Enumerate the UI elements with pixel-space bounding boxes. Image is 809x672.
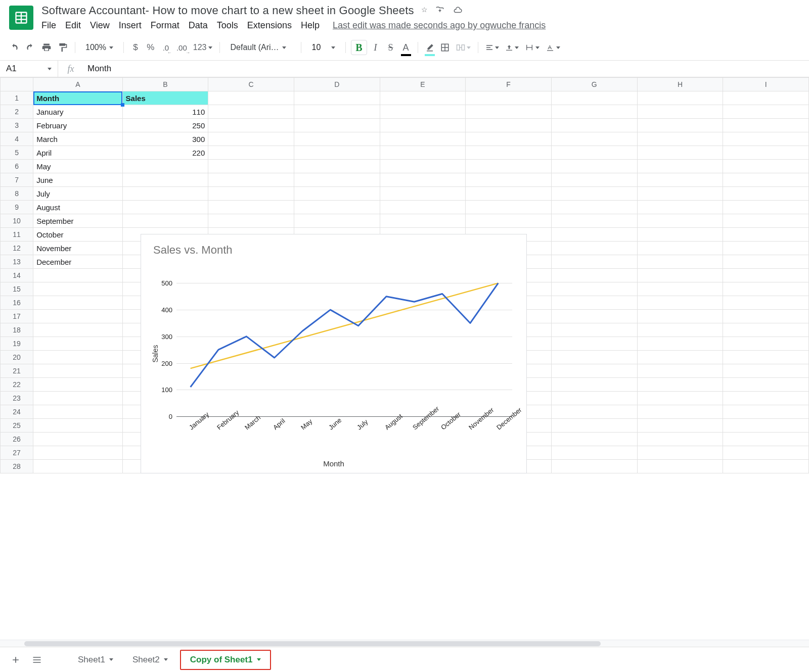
move-icon[interactable] xyxy=(435,6,445,16)
cell[interactable] xyxy=(208,187,294,201)
cell[interactable] xyxy=(33,392,122,405)
row-header[interactable]: 2 xyxy=(1,105,33,119)
row-header[interactable]: 25 xyxy=(1,419,33,433)
cell[interactable] xyxy=(380,91,466,105)
cell[interactable] xyxy=(637,201,723,214)
cell[interactable] xyxy=(466,146,552,160)
cell[interactable] xyxy=(723,419,809,433)
column-header[interactable]: B xyxy=(122,78,208,91)
cell[interactable]: 250 xyxy=(122,119,208,132)
cell[interactable] xyxy=(551,392,637,405)
cell[interactable] xyxy=(551,446,637,460)
cell[interactable] xyxy=(723,119,809,132)
name-box[interactable]: A1 xyxy=(0,61,58,77)
cell[interactable] xyxy=(208,105,294,119)
cell[interactable] xyxy=(294,201,380,214)
cell[interactable] xyxy=(723,173,809,187)
cell[interactable] xyxy=(637,419,723,433)
cell[interactable] xyxy=(294,91,380,105)
cell[interactable] xyxy=(380,214,466,228)
row-header[interactable]: 27 xyxy=(1,446,33,460)
row-header[interactable]: 23 xyxy=(1,392,33,405)
row-header[interactable]: 1 xyxy=(1,91,33,105)
cell[interactable] xyxy=(551,364,637,378)
cell[interactable] xyxy=(551,296,637,310)
last-edit-link[interactable]: Last edit was made seconds ago by ogwuch… xyxy=(333,20,546,31)
cell[interactable] xyxy=(551,173,637,187)
row-header[interactable]: 3 xyxy=(1,119,33,132)
cell[interactable] xyxy=(551,242,637,255)
zoom-select[interactable]: 100% xyxy=(80,43,118,52)
cell[interactable] xyxy=(637,132,723,146)
increase-decimal-button[interactable]: .00→ xyxy=(174,40,189,55)
column-header[interactable]: E xyxy=(380,78,466,91)
chevron-down-icon[interactable] xyxy=(109,658,113,661)
row-header[interactable]: 9 xyxy=(1,201,33,214)
cell[interactable] xyxy=(33,460,122,473)
chart[interactable]: Sales vs. Month Sales 0100200300400500Ja… xyxy=(141,234,527,473)
menu-edit[interactable]: Edit xyxy=(65,20,81,31)
cell[interactable] xyxy=(551,269,637,282)
text-rotation-button[interactable] xyxy=(544,40,562,55)
cell[interactable] xyxy=(380,173,466,187)
cell[interactable] xyxy=(723,460,809,473)
cell[interactable]: June xyxy=(33,173,122,187)
cell[interactable]: 110 xyxy=(122,105,208,119)
fill-color-button[interactable] xyxy=(423,40,436,55)
cell[interactable] xyxy=(723,351,809,364)
paint-format-button[interactable] xyxy=(56,40,70,55)
row-header[interactable]: 24 xyxy=(1,405,33,419)
strikethrough-button[interactable]: S xyxy=(384,40,397,55)
row-header[interactable]: 17 xyxy=(1,310,33,323)
cell[interactable] xyxy=(723,242,809,255)
cell[interactable] xyxy=(294,146,380,160)
row-header[interactable]: 28 xyxy=(1,460,33,473)
cell[interactable] xyxy=(723,433,809,446)
row-header[interactable]: 22 xyxy=(1,378,33,392)
cell[interactable] xyxy=(466,160,552,173)
cell[interactable]: Sales xyxy=(122,91,208,105)
cell[interactable] xyxy=(551,419,637,433)
cell[interactable] xyxy=(551,146,637,160)
cell[interactable] xyxy=(723,214,809,228)
menu-file[interactable]: File xyxy=(41,20,56,31)
row-header[interactable]: 13 xyxy=(1,255,33,269)
horizontal-align-button[interactable] xyxy=(483,40,501,55)
redo-button[interactable] xyxy=(23,40,37,55)
cell[interactable] xyxy=(122,160,208,173)
cell[interactable] xyxy=(380,105,466,119)
row-header[interactable]: 26 xyxy=(1,433,33,446)
add-sheet-button[interactable] xyxy=(8,652,23,667)
cell[interactable] xyxy=(33,296,122,310)
chevron-down-icon[interactable] xyxy=(257,658,261,661)
cell[interactable] xyxy=(723,132,809,146)
cell[interactable] xyxy=(208,132,294,146)
cell[interactable] xyxy=(637,364,723,378)
cell[interactable] xyxy=(33,351,122,364)
cell[interactable] xyxy=(723,405,809,419)
cell[interactable] xyxy=(122,173,208,187)
cell[interactable] xyxy=(208,173,294,187)
cell[interactable]: August xyxy=(33,201,122,214)
formula-bar[interactable]: Month xyxy=(83,61,809,77)
cell[interactable] xyxy=(294,160,380,173)
menu-tools[interactable]: Tools xyxy=(217,20,238,31)
cell[interactable] xyxy=(637,351,723,364)
cell[interactable] xyxy=(33,446,122,460)
cell[interactable] xyxy=(551,433,637,446)
cell[interactable] xyxy=(208,214,294,228)
cell[interactable] xyxy=(33,323,122,337)
cell[interactable] xyxy=(380,119,466,132)
star-icon[interactable]: ☆ xyxy=(421,6,428,16)
cell[interactable]: April xyxy=(33,146,122,160)
cell[interactable] xyxy=(33,282,122,296)
select-all-corner[interactable] xyxy=(1,78,33,91)
cell[interactable]: 300 xyxy=(122,132,208,146)
cell[interactable] xyxy=(637,119,723,132)
cell[interactable] xyxy=(551,323,637,337)
row-header[interactable]: 15 xyxy=(1,282,33,296)
cell[interactable] xyxy=(723,378,809,392)
cell[interactable] xyxy=(637,405,723,419)
cell[interactable] xyxy=(723,446,809,460)
row-header[interactable]: 14 xyxy=(1,269,33,282)
